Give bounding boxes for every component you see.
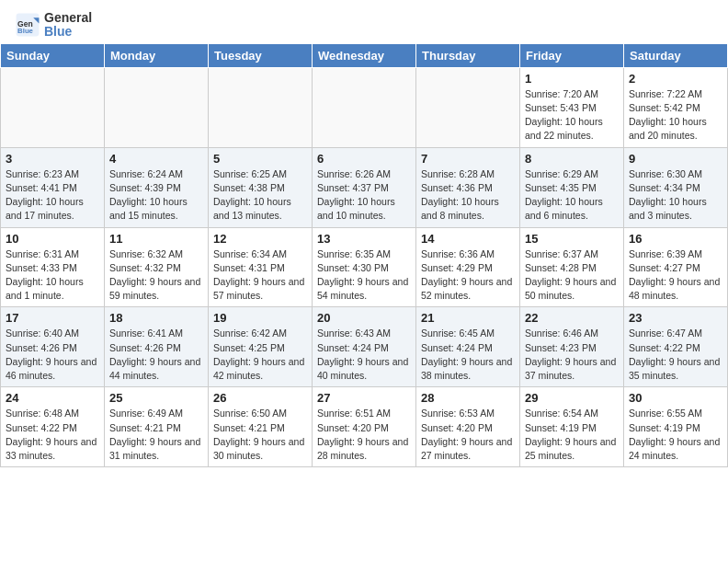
calendar-week-row: 10Sunrise: 6:31 AM Sunset: 4:33 PM Dayli… <box>1 227 728 307</box>
calendar-table: SundayMondayTuesdayWednesdayThursdayFrid… <box>0 43 728 467</box>
calendar-cell: 8Sunrise: 6:29 AM Sunset: 4:35 PM Daylig… <box>520 147 624 227</box>
day-info: Sunrise: 6:40 AM Sunset: 4:26 PM Dayligh… <box>6 327 99 383</box>
calendar-cell: 19Sunrise: 6:42 AM Sunset: 4:25 PM Dayli… <box>209 307 313 387</box>
day-info: Sunrise: 6:26 AM Sunset: 4:37 PM Dayligh… <box>317 167 411 224</box>
calendar-cell: 23Sunrise: 6:47 AM Sunset: 4:22 PM Dayli… <box>624 307 728 387</box>
weekday-header-saturday: Saturday <box>624 43 728 67</box>
weekday-header-thursday: Thursday <box>416 43 520 67</box>
day-info: Sunrise: 6:50 AM Sunset: 4:21 PM Dayligh… <box>213 407 307 463</box>
calendar-cell: 15Sunrise: 6:37 AM Sunset: 4:28 PM Dayli… <box>520 227 624 307</box>
day-number: 20 <box>317 311 411 325</box>
calendar-cell: 2Sunrise: 7:22 AM Sunset: 5:42 PM Daylig… <box>624 67 728 147</box>
calendar-cell: 17Sunrise: 6:40 AM Sunset: 4:26 PM Dayli… <box>1 307 105 387</box>
svg-text:Blue: Blue <box>17 28 34 36</box>
day-number: 6 <box>317 152 411 166</box>
day-info: Sunrise: 6:47 AM Sunset: 4:22 PM Dayligh… <box>629 327 722 383</box>
day-number: 23 <box>629 311 722 325</box>
day-number: 3 <box>6 152 99 166</box>
weekday-header-friday: Friday <box>520 43 624 67</box>
page-header: Gen Blue General Blue <box>0 0 728 43</box>
day-number: 30 <box>629 391 722 405</box>
day-info: Sunrise: 6:34 AM Sunset: 4:31 PM Dayligh… <box>213 247 307 304</box>
day-number: 12 <box>213 232 307 246</box>
day-info: Sunrise: 6:54 AM Sunset: 4:19 PM Dayligh… <box>525 407 619 463</box>
day-info: Sunrise: 6:48 AM Sunset: 4:22 PM Dayligh… <box>6 407 99 463</box>
calendar-week-row: 3Sunrise: 6:23 AM Sunset: 4:41 PM Daylig… <box>1 147 728 227</box>
calendar-cell <box>313 67 416 147</box>
day-number: 9 <box>629 152 722 166</box>
calendar-week-row: 24Sunrise: 6:48 AM Sunset: 4:22 PM Dayli… <box>1 387 728 467</box>
day-number: 24 <box>6 391 99 405</box>
day-number: 18 <box>109 311 203 325</box>
day-number: 2 <box>629 72 722 86</box>
calendar-cell: 28Sunrise: 6:53 AM Sunset: 4:20 PM Dayli… <box>416 387 520 467</box>
day-info: Sunrise: 6:25 AM Sunset: 4:38 PM Dayligh… <box>213 167 307 224</box>
calendar-cell: 11Sunrise: 6:32 AM Sunset: 4:32 PM Dayli… <box>105 227 209 307</box>
calendar-cell: 24Sunrise: 6:48 AM Sunset: 4:22 PM Dayli… <box>1 387 105 467</box>
day-info: Sunrise: 6:53 AM Sunset: 4:20 PM Dayligh… <box>421 407 515 463</box>
day-info: Sunrise: 6:46 AM Sunset: 4:23 PM Dayligh… <box>525 327 619 383</box>
day-number: 10 <box>6 232 99 246</box>
calendar-cell: 13Sunrise: 6:35 AM Sunset: 4:30 PM Dayli… <box>313 227 416 307</box>
day-info: Sunrise: 6:43 AM Sunset: 4:24 PM Dayligh… <box>317 327 411 383</box>
logo-text: General Blue <box>44 11 92 40</box>
weekday-header-row: SundayMondayTuesdayWednesdayThursdayFrid… <box>1 43 728 67</box>
day-info: Sunrise: 6:35 AM Sunset: 4:30 PM Dayligh… <box>317 247 411 304</box>
day-number: 15 <box>525 232 619 246</box>
calendar-cell: 7Sunrise: 6:28 AM Sunset: 4:36 PM Daylig… <box>416 147 520 227</box>
day-info: Sunrise: 6:41 AM Sunset: 4:26 PM Dayligh… <box>109 327 203 383</box>
weekday-header-sunday: Sunday <box>1 43 105 67</box>
day-info: Sunrise: 6:31 AM Sunset: 4:33 PM Dayligh… <box>6 247 99 304</box>
day-info: Sunrise: 7:22 AM Sunset: 5:42 PM Dayligh… <box>629 87 722 144</box>
weekday-header-monday: Monday <box>105 43 209 67</box>
day-number: 17 <box>6 311 99 325</box>
day-number: 1 <box>525 72 619 86</box>
calendar-cell: 27Sunrise: 6:51 AM Sunset: 4:20 PM Dayli… <box>313 387 416 467</box>
day-info: Sunrise: 6:55 AM Sunset: 4:19 PM Dayligh… <box>629 407 722 463</box>
calendar-cell: 30Sunrise: 6:55 AM Sunset: 4:19 PM Dayli… <box>624 387 728 467</box>
calendar-cell: 25Sunrise: 6:49 AM Sunset: 4:21 PM Dayli… <box>105 387 209 467</box>
calendar-cell: 12Sunrise: 6:34 AM Sunset: 4:31 PM Dayli… <box>209 227 313 307</box>
calendar-cell <box>105 67 209 147</box>
calendar-week-row: 1Sunrise: 7:20 AM Sunset: 5:43 PM Daylig… <box>1 67 728 147</box>
day-info: Sunrise: 6:30 AM Sunset: 4:34 PM Dayligh… <box>629 167 722 224</box>
day-info: Sunrise: 6:37 AM Sunset: 4:28 PM Dayligh… <box>525 247 619 304</box>
day-number: 27 <box>317 391 411 405</box>
calendar-cell: 6Sunrise: 6:26 AM Sunset: 4:37 PM Daylig… <box>313 147 416 227</box>
day-number: 5 <box>213 152 307 166</box>
calendar-cell: 14Sunrise: 6:36 AM Sunset: 4:29 PM Dayli… <box>416 227 520 307</box>
day-number: 29 <box>525 391 619 405</box>
day-info: Sunrise: 6:28 AM Sunset: 4:36 PM Dayligh… <box>421 167 515 224</box>
day-number: 8 <box>525 152 619 166</box>
calendar-cell: 5Sunrise: 6:25 AM Sunset: 4:38 PM Daylig… <box>209 147 313 227</box>
day-info: Sunrise: 6:39 AM Sunset: 4:27 PM Dayligh… <box>629 247 722 304</box>
calendar-cell: 21Sunrise: 6:45 AM Sunset: 4:24 PM Dayli… <box>416 307 520 387</box>
calendar-cell: 16Sunrise: 6:39 AM Sunset: 4:27 PM Dayli… <box>624 227 728 307</box>
calendar-cell: 3Sunrise: 6:23 AM Sunset: 4:41 PM Daylig… <box>1 147 105 227</box>
day-info: Sunrise: 6:51 AM Sunset: 4:20 PM Dayligh… <box>317 407 411 463</box>
calendar-cell: 26Sunrise: 6:50 AM Sunset: 4:21 PM Dayli… <box>209 387 313 467</box>
calendar-cell: 20Sunrise: 6:43 AM Sunset: 4:24 PM Dayli… <box>313 307 416 387</box>
calendar-cell: 10Sunrise: 6:31 AM Sunset: 4:33 PM Dayli… <box>1 227 105 307</box>
weekday-header-tuesday: Tuesday <box>209 43 313 67</box>
calendar-cell: 22Sunrise: 6:46 AM Sunset: 4:23 PM Dayli… <box>520 307 624 387</box>
weekday-header-wednesday: Wednesday <box>313 43 416 67</box>
day-number: 7 <box>421 152 515 166</box>
calendar-cell: 29Sunrise: 6:54 AM Sunset: 4:19 PM Dayli… <box>520 387 624 467</box>
day-number: 16 <box>629 232 722 246</box>
day-number: 4 <box>109 152 203 166</box>
day-number: 22 <box>525 311 619 325</box>
day-number: 13 <box>317 232 411 246</box>
day-number: 19 <box>213 311 307 325</box>
calendar-cell: 18Sunrise: 6:41 AM Sunset: 4:26 PM Dayli… <box>105 307 209 387</box>
day-info: Sunrise: 6:36 AM Sunset: 4:29 PM Dayligh… <box>421 247 515 304</box>
day-info: Sunrise: 6:23 AM Sunset: 4:41 PM Dayligh… <box>6 167 99 224</box>
calendar-cell: 4Sunrise: 6:24 AM Sunset: 4:39 PM Daylig… <box>105 147 209 227</box>
day-info: Sunrise: 6:29 AM Sunset: 4:35 PM Dayligh… <box>525 167 619 224</box>
day-number: 11 <box>109 232 203 246</box>
day-number: 26 <box>213 391 307 405</box>
calendar-cell: 9Sunrise: 6:30 AM Sunset: 4:34 PM Daylig… <box>624 147 728 227</box>
day-info: Sunrise: 6:24 AM Sunset: 4:39 PM Dayligh… <box>109 167 203 224</box>
logo-icon: Gen Blue <box>15 12 40 38</box>
day-number: 25 <box>109 391 203 405</box>
